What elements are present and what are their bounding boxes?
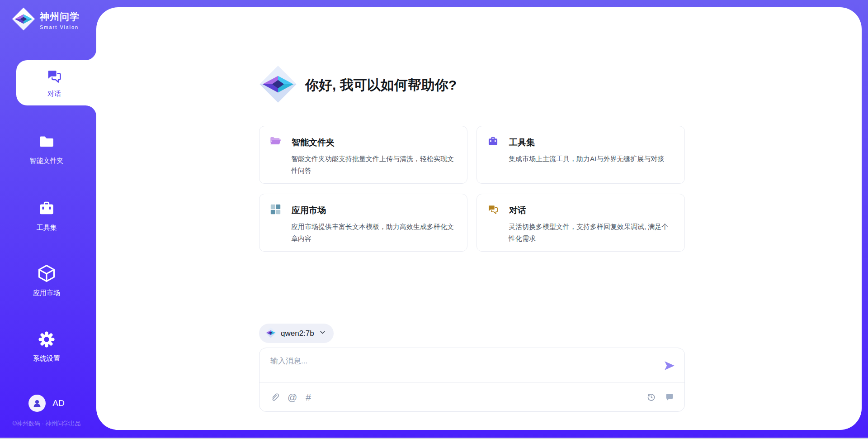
brand-subtitle: Smart Vision [40,24,80,30]
sidebar-item-toolset[interactable]: 工具集 [0,199,93,232]
brand-name: 神州问学 [40,10,80,23]
sidebar: 神州问学 Smart Vision 对话 智能文件夹 工具集 [0,0,96,439]
model-selector[interactable]: qwen2:7b [259,324,334,343]
toolbox-icon [487,135,499,149]
message-composer: @ # [259,348,685,412]
sidebar-item-label: 对话 [47,90,61,98]
cube-icon [37,263,57,285]
card-toolset[interactable]: 工具集 集成市场上主流工具，助力AI与外界无缝扩展与对接 [476,126,685,184]
tab-joint-bottom [85,105,96,118]
feature-cards: 智能文件夹 智能文件夹功能支持批量文件上传与清洗，轻松实现文件问答 工具集 集成… [259,126,685,252]
diamond-logo-icon [265,327,276,340]
main-panel: 你好, 我可以如何帮助你? 智能文件夹 智能文件夹功能支持批量文件上传与清洗，轻… [96,7,862,430]
history-icon[interactable] [646,392,656,402]
chevron-down-icon [319,329,326,338]
card-smart-folder[interactable]: 智能文件夹 智能文件夹功能支持批量文件上传与清洗，轻松实现文件问答 [259,126,467,184]
diamond-logo-icon [259,65,297,105]
diamond-logo-icon [12,7,35,33]
attachment-icon[interactable] [269,392,279,402]
sidebar-item-settings[interactable]: 系统设置 [0,330,93,363]
sidebar-item-label: 工具集 [37,224,57,232]
copyright-text: ©神州数码 · 神州问学出品 [0,420,93,428]
card-description: 智能文件夹功能支持批量文件上传与清洗，轻松实现文件问答 [291,153,456,177]
user-initials: AD [52,398,64,408]
greeting-title: 你好, 我可以如何帮助你? [305,76,457,95]
brand-logo: 神州问学 Smart Vision [12,7,80,33]
message-input[interactable] [259,348,684,382]
folder-open-icon [269,135,282,149]
send-icon[interactable] [664,360,675,374]
greeting-block: 你好, 我可以如何帮助你? [259,65,457,105]
gear-icon [37,330,56,351]
card-title: 对话 [509,205,526,216]
card-description: 集成市场上主流工具，助力AI与外界无缝扩展与对接 [509,153,674,165]
toolbox-icon [37,199,56,220]
sidebar-item-app-market[interactable]: 应用市场 [0,263,93,297]
chat-icon [487,203,499,217]
grid-icon [269,203,282,217]
folder-icon [38,133,56,153]
card-title: 智能文件夹 [292,137,335,148]
sidebar-item-label: 应用市场 [33,289,60,297]
card-description: 灵活切换多模型文件，支持多样回复效果调试, 满足个性化需求 [509,221,674,245]
sidebar-item-label: 智能文件夹 [30,157,64,165]
composer-toolbar: @ # [259,383,684,411]
card-title: 工具集 [509,137,535,148]
model-name: qwen2:7b [281,329,314,338]
chat-icon [46,67,63,86]
hash-icon[interactable]: # [306,392,311,402]
card-title: 应用市场 [292,205,326,216]
sidebar-item-chat[interactable]: 对话 [16,60,98,105]
tab-joint-top [85,48,96,60]
mention-icon[interactable]: @ [288,392,297,402]
sidebar-item-smart-folder[interactable]: 智能文件夹 [0,133,93,165]
sidebar-item-label: 系统设置 [33,354,60,363]
feedback-icon[interactable] [665,392,675,402]
user-profile[interactable]: AD [0,395,93,412]
card-description: 应用市场提供丰富长文本模板，助力高效生成多样化文章内容 [291,221,456,245]
card-app-market[interactable]: 应用市场 应用市场提供丰富长文本模板，助力高效生成多样化文章内容 [259,194,467,252]
card-chat[interactable]: 对话 灵活切换多模型文件，支持多样回复效果调试, 满足个性化需求 [476,194,685,252]
avatar [28,395,46,412]
